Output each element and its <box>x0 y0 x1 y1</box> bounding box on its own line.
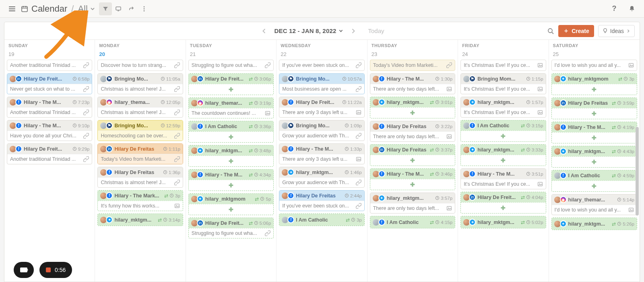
appbar: Calendar / All ? <box>0 0 644 18</box>
breadcrumb[interactable]: Calendar / All <box>31 4 95 14</box>
breadcrumb-subtitle: All <box>78 4 87 14</box>
chevron-down-icon <box>90 6 95 11</box>
notifications-button[interactable] <box>625 2 638 15</box>
svg-point-3 <box>143 8 144 9</box>
help-button[interactable]: ? <box>608 2 621 15</box>
breadcrumb-title: Calendar <box>31 4 67 14</box>
share-icon <box>128 6 134 12</box>
calendar-icon <box>21 5 28 12</box>
share-button[interactable] <box>125 2 138 15</box>
svg-rect-0 <box>22 6 27 12</box>
bell-icon <box>628 5 636 12</box>
monitor-icon <box>115 6 122 12</box>
more-button[interactable] <box>138 2 151 15</box>
svg-rect-1 <box>116 7 121 10</box>
display-button[interactable] <box>112 2 125 15</box>
filter-icon <box>102 6 109 12</box>
svg-point-2 <box>143 6 144 7</box>
more-vertical-icon <box>141 6 147 12</box>
help-icon: ? <box>612 4 617 13</box>
hamburger-icon[interactable] <box>6 2 19 15</box>
breadcrumb-separator: / <box>71 4 74 14</box>
filter-button[interactable] <box>99 2 112 15</box>
svg-point-4 <box>143 10 144 11</box>
